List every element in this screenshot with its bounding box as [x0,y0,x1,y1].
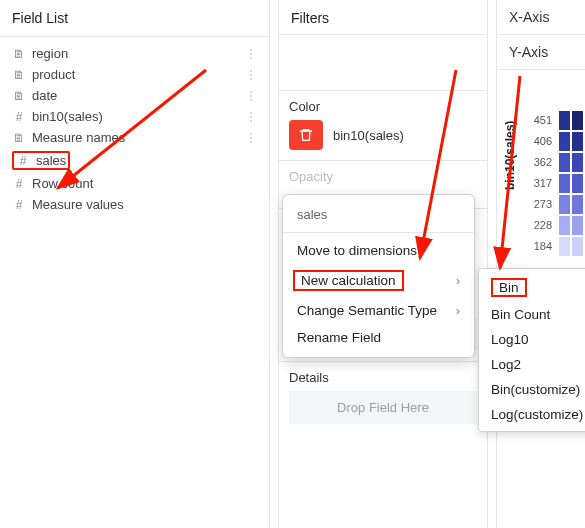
color-pill[interactable]: bin10(sales) [289,120,477,150]
field-item-label: date [32,88,57,103]
details-section: Details Drop Field Here [279,362,487,434]
field-item-sales[interactable]: #sales [6,148,263,173]
filters-title: Filters [279,0,487,35]
field-item-region[interactable]: 🗎region⋯ [6,43,263,64]
highlighted-sales-field: #sales [12,151,70,170]
chevron-right-icon: › [456,304,460,318]
document-icon: 🗎 [12,89,26,103]
submenu-log-customize[interactable]: Log(customize) [479,402,585,427]
color-label: Color [289,99,477,114]
delete-color-button[interactable] [289,120,323,150]
chevron-right-icon: › [456,274,460,288]
opacity-label: Opacity [289,169,477,184]
field-item-date[interactable]: 🗎date⋯ [6,85,263,106]
hash-icon: # [12,177,26,191]
hash-icon: # [16,154,30,168]
submenu-bin-count[interactable]: Bin Count [479,302,585,327]
color-section: Color bin10(sales) [279,91,487,161]
heatmap-row [558,236,584,257]
y-axis-title: Y-Axis [497,35,585,70]
hash-icon: # [12,198,26,212]
heatmap-cell [571,131,584,152]
field-item-label: sales [36,153,66,168]
field-item-label: product [32,67,75,82]
heatmap-cell [558,236,571,257]
heatmap-row [558,131,584,152]
ctx-new-calculation[interactable]: New calculation › [283,264,474,297]
color-pill-label: bin10(sales) [333,128,404,143]
field-item-label: region [32,46,68,61]
heatmap-cell [558,173,571,194]
chart-tick: 362 [528,152,552,173]
new-calculation-submenu: Bin Bin Count Log10 Log2 Bin(customize) … [478,268,585,432]
heatmap-cell [571,194,584,215]
ctx-move-to-dimensions[interactable]: Move to dimensions [283,237,474,264]
field-list-title: Field List [0,0,269,34]
heatmap-cell [571,215,584,236]
hash-icon: # [12,110,26,124]
more-icon[interactable]: ⋯ [244,132,258,145]
details-dropzone[interactable]: Drop Field Here [289,391,477,424]
chart-tick: 451 [528,110,552,131]
field-item-row-count[interactable]: #Row count [6,173,263,194]
heatmap-cell [558,110,571,131]
trash-icon [298,127,314,143]
field-list-panel: Field List 🗎region⋯🗎product⋯🗎date⋯#bin10… [0,0,270,528]
chart-y-ticks: 451406362317273228184 [528,110,552,257]
field-item-label: Measure names [32,130,125,145]
ctx-menu-header: sales [283,201,474,228]
field-item-product[interactable]: 🗎product⋯ [6,64,263,85]
chart-y-axis-label: bin10(sales) [503,121,517,190]
heatmap-cell [558,152,571,173]
chart-tick: 228 [528,215,552,236]
divider [283,232,474,233]
chart-tick: 317 [528,173,552,194]
heatmap-cell [571,110,584,131]
field-item-label: Row count [32,176,93,191]
axis-panel: X-Axis Y-Axis [496,0,585,528]
more-icon[interactable]: ⋯ [244,69,258,82]
divider [0,36,269,37]
field-context-menu: sales Move to dimensions New calculation… [282,194,475,358]
field-item-measure-names[interactable]: 🗎Measure names⋯ [6,127,263,148]
document-icon: 🗎 [12,68,26,82]
heatmap-row [558,110,584,131]
heatmap-row [558,173,584,194]
field-item-label: Measure values [32,197,124,212]
field-item-label: bin10(sales) [32,109,103,124]
field-item-bin10-sales-[interactable]: #bin10(sales)⋯ [6,106,263,127]
more-icon[interactable]: ⋯ [244,111,258,124]
heatmap-row [558,194,584,215]
chart-tick: 406 [528,131,552,152]
more-icon[interactable]: ⋯ [244,48,258,61]
x-axis-title: X-Axis [497,0,585,35]
heatmap-cell [571,152,584,173]
submenu-log10[interactable]: Log10 [479,327,585,352]
heatmap-cell [558,194,571,215]
field-list-items: 🗎region⋯🗎product⋯🗎date⋯#bin10(sales)⋯🗎Me… [0,39,269,219]
heatmap-row [558,215,584,236]
details-label: Details [289,370,477,385]
field-item-measure-values[interactable]: #Measure values [6,194,263,215]
document-icon: 🗎 [12,47,26,61]
submenu-bin-customize[interactable]: Bin(customize) [479,377,585,402]
more-icon[interactable]: ⋯ [244,90,258,103]
heatmap-cell [571,236,584,257]
heatmap-row [558,152,584,173]
document-icon: 🗎 [12,131,26,145]
chart-tick: 273 [528,194,552,215]
highlighted-new-calculation: New calculation [293,270,404,291]
submenu-log2[interactable]: Log2 [479,352,585,377]
ctx-rename-field[interactable]: Rename Field [283,324,474,351]
heatmap-cells [558,110,584,257]
submenu-bin[interactable]: Bin [479,273,585,302]
filters-dropzone[interactable] [279,35,487,91]
heatmap-cell [571,173,584,194]
heatmap-cell [558,215,571,236]
chart-tick: 184 [528,236,552,257]
heatmap-cell [558,131,571,152]
ctx-change-semantic-type[interactable]: Change Semantic Type › [283,297,474,324]
